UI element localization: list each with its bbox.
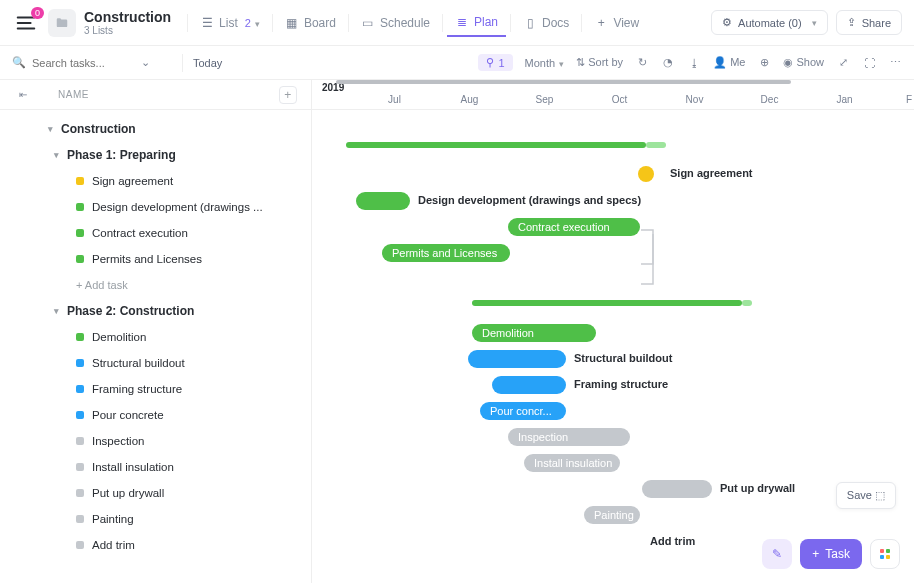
main-menu-button[interactable]: 0 (12, 9, 40, 37)
summary-bar-phase1[interactable] (346, 142, 646, 148)
task-label: Framing structure (92, 383, 182, 395)
add-task-phase1[interactable]: + Add task (0, 272, 301, 298)
month-label: Jul (357, 94, 432, 105)
save-chip[interactable]: Save ⬚ (836, 482, 896, 509)
tree-task[interactable]: Permits and Licenses (0, 246, 301, 272)
add-column-button[interactable]: + (279, 86, 297, 104)
notepad-button[interactable]: ✎ (762, 539, 792, 569)
tree-task[interactable]: Install insulation (0, 454, 301, 480)
chevron-down-icon[interactable]: ⌄ (138, 56, 152, 70)
me-filter[interactable]: 👤 Me (713, 56, 745, 69)
tree-task[interactable]: Demolition (0, 324, 301, 350)
tree-task[interactable]: Structural buildout (0, 350, 301, 376)
tree-task[interactable]: Painting (0, 506, 301, 532)
view-list[interactable]: ☰ List 2 (192, 10, 268, 36)
month-label: Dec (732, 94, 807, 105)
scale-select[interactable]: Month (525, 57, 565, 69)
notif-badge: 0 (31, 7, 44, 19)
sort-button[interactable]: ⇅ Sort by (576, 56, 623, 69)
bar-design[interactable] (356, 192, 410, 210)
tree-root[interactable]: ▾Construction (0, 116, 301, 142)
robot-icon: ⚙ (722, 16, 732, 29)
add-view[interactable]: + View (586, 10, 647, 36)
month-label: Jan (807, 94, 882, 105)
reschedule-icon[interactable]: ↻ (635, 56, 649, 70)
month-label: Oct (582, 94, 657, 105)
today-button[interactable]: Today (193, 57, 222, 69)
bar-framing[interactable] (492, 376, 566, 394)
tree-task[interactable]: Add trim (0, 532, 301, 558)
task-label: Add trim (92, 539, 135, 551)
search-input[interactable] (32, 57, 132, 69)
title-block: Construction 3 Lists (84, 9, 171, 36)
bar-structural[interactable] (468, 350, 566, 368)
fullscreen-icon[interactable]: ⛶ (862, 56, 876, 70)
show-button[interactable]: ◉ Show (783, 56, 824, 69)
tree-group-phase1[interactable]: ▾Phase 1: Preparing (0, 142, 301, 168)
month-label: Nov (657, 94, 732, 105)
more-icon[interactable]: ⋯ (888, 56, 902, 70)
tree-task[interactable]: Contract execution (0, 220, 301, 246)
view-label: List (219, 16, 238, 30)
list-icon: ☰ (200, 16, 214, 30)
milestone-sign[interactable] (638, 166, 654, 182)
timeline-scroll-thumb[interactable] (336, 80, 791, 84)
month-label: F (882, 94, 912, 105)
view-label: Board (304, 16, 336, 30)
collapse-icon[interactable]: ⇤ (16, 88, 30, 102)
view-docs[interactable]: ▯ Docs (515, 10, 577, 36)
automate-button[interactable]: ⚙ Automate (0) (711, 10, 828, 35)
filter-count: 1 (498, 57, 504, 69)
view-label: Plan (474, 15, 498, 29)
calendar-icon: ▭ (361, 16, 375, 30)
automate-label: Automate (0) (738, 17, 802, 29)
view-board[interactable]: ▦ Board (277, 10, 344, 36)
tree-task[interactable]: Design development (drawings ... (0, 194, 301, 220)
bar-label-sign: Sign agreement (670, 167, 753, 179)
share-button[interactable]: ⇪ Share (836, 10, 902, 35)
summary-bar-phase2-tail (742, 300, 752, 306)
bar-permits[interactable]: Permits and Licenses (382, 244, 510, 262)
new-task-button[interactable]: + Task (800, 539, 862, 569)
save-label: Save (847, 489, 872, 501)
bar-painting[interactable]: Painting (584, 506, 640, 524)
summary-bar-phase2[interactable] (472, 300, 742, 306)
share-label: Share (862, 17, 891, 29)
plus-icon: + (594, 16, 608, 30)
folder-icon[interactable] (48, 9, 76, 37)
bar-inspection[interactable]: Inspection (508, 428, 630, 446)
task-btn-label: Task (825, 547, 850, 561)
path-icon[interactable]: ◔ (661, 56, 675, 70)
bar-demolition[interactable]: Demolition (472, 324, 596, 342)
tree-task[interactable]: Sign agreement (0, 168, 301, 194)
page-subtitle: 3 Lists (84, 25, 171, 36)
bar-contract[interactable]: Contract execution (508, 218, 640, 236)
bar-drywall[interactable] (642, 480, 712, 498)
search-input-wrap[interactable]: 🔍 ⌄ (12, 56, 172, 70)
me-label: Me (730, 56, 745, 68)
tree-task[interactable]: Pour concrete (0, 402, 301, 428)
bar-insulation[interactable]: Install insulation (524, 454, 620, 472)
view-schedule[interactable]: ▭ Schedule (353, 10, 438, 36)
bar-pour[interactable]: Pour concr... (480, 402, 566, 420)
task-label: Pour concrete (92, 409, 164, 421)
share-icon: ⇪ (847, 16, 856, 29)
tree-task[interactable]: Put up drywall (0, 480, 301, 506)
sort-label: Sort by (588, 56, 623, 68)
tree-task[interactable]: Inspection (0, 428, 301, 454)
board-icon: ▦ (285, 16, 299, 30)
view-plan[interactable]: ≣ Plan (447, 9, 506, 37)
phase1-label: Phase 1: Preparing (67, 148, 176, 162)
phase2-label: Phase 2: Construction (67, 304, 194, 318)
expand-icon[interactable]: ⤢ (836, 56, 850, 70)
tree-task[interactable]: Framing structure (0, 376, 301, 402)
task-label: Structural buildout (92, 357, 185, 369)
assignee-icon[interactable]: ⊕ (757, 56, 771, 70)
download-icon[interactable]: ⭳ (687, 56, 701, 70)
task-label: Design development (drawings ... (92, 201, 263, 213)
tree-root-label: Construction (61, 122, 136, 136)
filter-chip[interactable]: ⚲ 1 (478, 54, 512, 71)
apps-button[interactable] (870, 539, 900, 569)
tree-group-phase2[interactable]: ▾Phase 2: Construction (0, 298, 301, 324)
apps-icon (879, 548, 891, 560)
